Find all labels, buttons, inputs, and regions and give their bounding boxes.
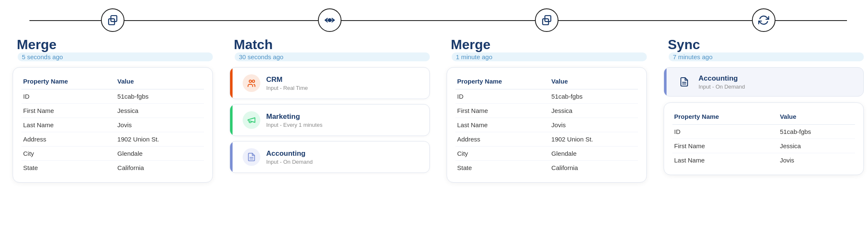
svg-point-8: [328, 19, 331, 22]
table-row: First NameJessica: [21, 104, 204, 118]
crm-bar: [230, 68, 233, 99]
merge2-icon: [535, 8, 558, 32]
table-row: Address1902 Union St.: [455, 132, 638, 147]
crm-text: CRM Input - Real Time: [266, 76, 308, 91]
marketing-name: Marketing: [266, 113, 323, 121]
sync-card-bar: [664, 68, 667, 96]
sync-card-text: Accounting Input - On Demand: [699, 74, 745, 90]
merge1-table: Property Name Value ID51cab-fgbs First N…: [21, 75, 204, 175]
table-row: Last NameJovis: [672, 153, 855, 168]
merge1-col-val: Value: [116, 75, 204, 89]
merge1-icon: [101, 8, 124, 32]
match-icon: [318, 8, 341, 32]
merge1-title: Merge: [17, 37, 213, 52]
table-row: First NameJessica: [672, 139, 855, 153]
accounting-sub: Input - On Demand: [266, 159, 313, 165]
sync-card-sub: Input - On Demand: [699, 84, 745, 90]
marketing-text: Marketing Input - Every 1 minutes: [266, 113, 323, 128]
table-row: ID51cab-fgbs: [672, 125, 855, 139]
match-subtitle: 30 seconds ago: [235, 52, 430, 61]
table-row: StateCalifornia: [21, 161, 204, 175]
accounting-icon: [243, 148, 260, 166]
section-merge1: Merge 5 seconds ago Property Name Value …: [4, 8, 221, 183]
table-row: ID51cab-fgbs: [21, 89, 204, 104]
accounting-bar: [230, 141, 233, 173]
table-row: CityGlendale: [455, 147, 638, 161]
section-merge2: Merge 1 minute ago Property Name Value I…: [438, 8, 655, 183]
merge2-col-prop: Property Name: [455, 75, 550, 89]
svg-point-10: [252, 80, 255, 83]
merge1-subtitle: 5 seconds ago: [18, 52, 213, 61]
sync-title: Sync: [668, 37, 864, 52]
marketing-icon: [243, 111, 260, 129]
sync-col-prop: Property Name: [672, 110, 778, 125]
merge2-subtitle: 1 minute ago: [452, 52, 647, 61]
match-card-crm: CRM Input - Real Time: [230, 67, 430, 99]
svg-point-9: [249, 80, 252, 83]
table-row: Last NameJovis: [455, 118, 638, 132]
table-row: CityGlendale: [21, 147, 204, 161]
accounting-name: Accounting: [266, 149, 313, 158]
accounting-text: Accounting Input - On Demand: [266, 149, 313, 165]
table-row: Last NameJovis: [21, 118, 204, 132]
sync-subtitle: 7 minutes ago: [669, 52, 864, 61]
merge2-col-val: Value: [550, 75, 638, 89]
merge1-col-prop: Property Name: [21, 75, 116, 89]
merge1-table-card: Property Name Value ID51cab-fgbs First N…: [13, 67, 213, 183]
table-row: StateCalifornia: [455, 161, 638, 175]
sync-col-val: Value: [778, 110, 855, 125]
sync-table-card: Property Name Value ID51cab-fgbs First N…: [664, 102, 864, 175]
sync-doc-icon: [676, 73, 693, 90]
merge2-table-card: Property Name Value ID51cab-fgbs First N…: [447, 67, 647, 183]
crm-name: CRM: [266, 76, 308, 84]
match-title: Match: [234, 37, 430, 52]
crm-sub: Input - Real Time: [266, 85, 308, 91]
main-container: Merge 5 seconds ago Property Name Value …: [4, 8, 868, 183]
match-card-accounting: Accounting Input - On Demand: [230, 141, 430, 173]
marketing-sub: Input - Every 1 minutes: [266, 122, 323, 128]
section-match: Match 30 seconds ago CRM Input - Real Ti…: [221, 8, 438, 178]
marketing-bar: [230, 105, 233, 136]
match-card-marketing: Marketing Input - Every 1 minutes: [230, 104, 430, 136]
table-row: ID51cab-fgbs: [455, 89, 638, 104]
table-row: Address1902 Union St.: [21, 132, 204, 147]
sync-table: Property Name Value ID51cab-fgbs First N…: [672, 110, 855, 167]
sync-icon-circle: [752, 8, 775, 32]
crm-icon: [243, 74, 260, 92]
merge2-title: Merge: [451, 37, 647, 52]
merge2-table: Property Name Value ID51cab-fgbs First N…: [455, 75, 638, 175]
sync-card-name: Accounting: [699, 74, 745, 83]
section-sync: Sync 7 minutes ago Accounting Input - On…: [655, 8, 868, 175]
sync-header-card: Accounting Input - On Demand: [664, 67, 864, 97]
table-row: First NameJessica: [455, 104, 638, 118]
